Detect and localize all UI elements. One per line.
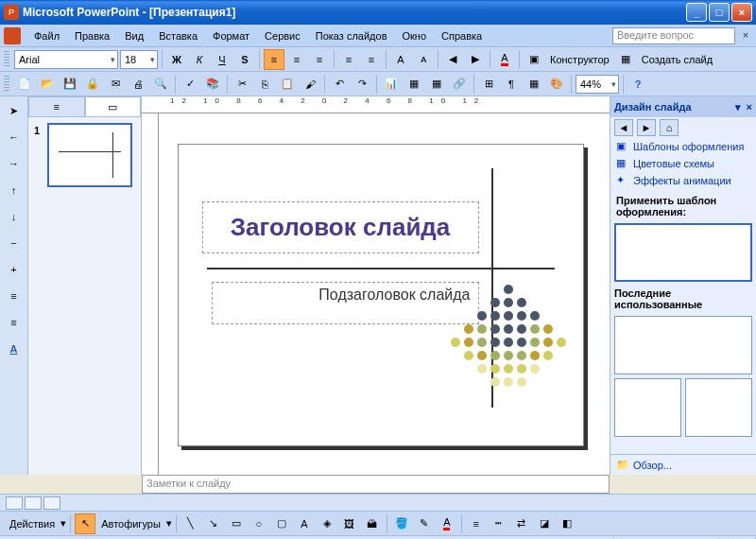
save-button[interactable]: 💾: [60, 74, 80, 95]
italic-button[interactable]: К: [189, 49, 210, 70]
new-slide-button[interactable]: ▦: [615, 49, 636, 70]
wordart-button[interactable]: A: [294, 513, 315, 534]
designer-label[interactable]: Конструктор: [546, 54, 613, 65]
subtitle-placeholder[interactable]: Подзаголовок слайда: [212, 282, 479, 324]
slideshow-view-button[interactable]: [43, 496, 60, 510]
line-color-button[interactable]: ✎: [414, 513, 435, 534]
sorter-view-button[interactable]: [25, 496, 42, 510]
print-button[interactable]: 🖨: [128, 74, 148, 95]
slides-tab[interactable]: ▭: [85, 96, 142, 116]
menu-insert[interactable]: Вставка: [151, 28, 205, 43]
increase-indent-button[interactable]: ▶: [465, 49, 486, 70]
forward-button[interactable]: ►: [637, 119, 656, 136]
design-template-2[interactable]: [614, 316, 752, 374]
open-button[interactable]: 📂: [37, 74, 58, 95]
align-left-button[interactable]: ≡: [264, 49, 284, 70]
redo-button[interactable]: ↷: [352, 74, 372, 95]
show-formatting-button[interactable]: ¶: [501, 74, 522, 95]
move-up-icon[interactable]: ↑: [4, 180, 25, 200]
numbered-list-button[interactable]: ≡: [338, 49, 359, 70]
permission-button[interactable]: 🔒: [82, 74, 103, 95]
bullet-list-button[interactable]: ≡: [361, 49, 382, 70]
collapse-icon[interactable]: −: [4, 233, 25, 253]
menu-help[interactable]: Справка: [434, 28, 490, 43]
menu-window[interactable]: Окно: [395, 28, 435, 43]
chart-button[interactable]: 📊: [381, 74, 402, 95]
oval-button[interactable]: ○: [249, 513, 269, 534]
line-style-button[interactable]: ≡: [466, 513, 487, 534]
align-right-button[interactable]: ≡: [309, 49, 330, 70]
doc-close-button[interactable]: ×: [739, 29, 752, 43]
align-center-button[interactable]: ≡: [286, 49, 307, 70]
zoom-combo[interactable]: 44%: [576, 75, 619, 94]
shadow-button[interactable]: ◪: [534, 513, 555, 534]
maximize-button[interactable]: □: [709, 3, 730, 22]
font-size-combo[interactable]: 18: [120, 50, 158, 69]
move-down-icon[interactable]: ↓: [4, 206, 25, 227]
font-color-button[interactable]: A: [494, 49, 515, 70]
arrow-icon[interactable]: ➤: [4, 100, 25, 121]
tables-borders-button[interactable]: ▦: [426, 74, 447, 95]
summary-icon[interactable]: ≡: [4, 286, 25, 306]
hyperlink-button[interactable]: 🔗: [449, 74, 470, 95]
select-button[interactable]: ↖: [75, 513, 95, 534]
templates-link[interactable]: ▣Шаблоны оформления: [610, 138, 756, 155]
bold-button[interactable]: Ж: [166, 49, 187, 70]
new-slide-label[interactable]: Создать слайд: [638, 54, 716, 65]
format-painter-button[interactable]: 🖌: [300, 74, 320, 95]
slide-thumbnail[interactable]: [47, 123, 132, 187]
diagram-button[interactable]: ◈: [317, 513, 337, 534]
menu-format[interactable]: Формат: [205, 28, 257, 43]
slide-canvas[interactable]: Заголовок слайда Подзаголовок слайда: [178, 144, 584, 446]
research-button[interactable]: 📚: [202, 74, 223, 95]
taskpane-dropdown-icon[interactable]: ▾: [735, 101, 741, 113]
home-button[interactable]: ⌂: [660, 119, 679, 136]
close-button[interactable]: ×: [731, 3, 752, 22]
undo-button[interactable]: ↶: [329, 74, 350, 95]
line-button[interactable]: ╲: [180, 513, 201, 534]
expand-button[interactable]: ⊞: [478, 74, 499, 95]
normal-view-button[interactable]: [6, 496, 23, 510]
arrow-button[interactable]: ↘: [203, 513, 224, 534]
font-combo[interactable]: Arial: [14, 50, 118, 69]
menu-view[interactable]: Вид: [117, 28, 151, 43]
font-color-button[interactable]: A: [437, 513, 457, 534]
increase-font-button[interactable]: A: [390, 49, 411, 70]
back-button[interactable]: ◄: [614, 119, 633, 136]
color-schemes-link[interactable]: ▦Цветовые схемы: [610, 155, 756, 172]
taskpane-close-button[interactable]: ×: [747, 101, 752, 113]
outline-tab[interactable]: ≡: [28, 96, 85, 116]
decrease-font-button[interactable]: ᴀ: [413, 49, 434, 70]
color-button[interactable]: 🎨: [546, 74, 567, 95]
title-placeholder[interactable]: Заголовок слайда: [202, 201, 479, 253]
autoshapes-menu[interactable]: Автофигуры: [97, 518, 164, 530]
table-button[interactable]: ▦: [404, 74, 424, 95]
help-button[interactable]: ?: [627, 74, 648, 95]
design-template-4[interactable]: [685, 378, 752, 437]
dash-style-button[interactable]: ┅: [489, 513, 509, 534]
paste-button[interactable]: 📋: [277, 74, 298, 95]
underline-button[interactable]: Ч: [212, 49, 232, 70]
promote-icon[interactable]: ←: [4, 127, 25, 148]
menu-file[interactable]: Файл: [26, 28, 67, 43]
shadow-button[interactable]: S: [234, 49, 255, 70]
fill-color-button[interactable]: 🪣: [391, 513, 412, 534]
design-template-1[interactable]: [614, 223, 752, 282]
expand-icon[interactable]: +: [4, 259, 25, 280]
textbox-button[interactable]: ▢: [271, 513, 292, 534]
menu-tools[interactable]: Сервис: [257, 28, 308, 43]
menu-slideshow[interactable]: Показ слайдов: [308, 28, 395, 43]
copy-button[interactable]: ⎘: [254, 74, 275, 95]
preview-button[interactable]: 🔍: [150, 74, 171, 95]
animation-link[interactable]: ✦Эффекты анимации: [610, 172, 756, 189]
demote-icon[interactable]: →: [4, 153, 25, 174]
picture-button[interactable]: 🏔: [362, 513, 383, 534]
clipart-button[interactable]: 🖼: [339, 513, 360, 534]
text-color-icon[interactable]: A: [4, 339, 25, 359]
show-all-icon[interactable]: ≡: [4, 312, 25, 333]
spelling-button[interactable]: ✓: [180, 74, 200, 95]
browse-link[interactable]: 📁Обзор...: [610, 454, 756, 475]
notes-pane[interactable]: Заметки к слайду: [142, 475, 610, 494]
design-button[interactable]: ▣: [524, 49, 544, 70]
menu-edit[interactable]: Правка: [67, 28, 117, 43]
